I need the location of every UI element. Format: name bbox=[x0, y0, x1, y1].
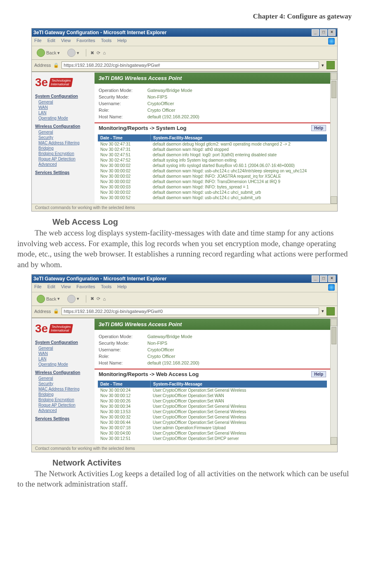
table-row: Nov 30 00:00:03default daemon warn hlogd… bbox=[98, 184, 327, 190]
cell-message: default daemon warn hlogd: INFO: bytes_s… bbox=[150, 184, 327, 190]
sidebar-item-opmode[interactable]: Operating Mode bbox=[35, 362, 92, 367]
scroll-up-icon[interactable] bbox=[331, 73, 337, 80]
sidebar-item-lan[interactable]: LAN bbox=[35, 356, 92, 362]
forward-button[interactable]: ▾ bbox=[65, 48, 82, 58]
help-button[interactable]: Help bbox=[311, 125, 326, 131]
vertical-scrollbar[interactable] bbox=[330, 73, 337, 204]
address-input[interactable] bbox=[62, 308, 319, 315]
info-secmode-label: Security Mode: bbox=[99, 94, 144, 99]
sidebar-item-macfilter[interactable]: MAC Address Filtering bbox=[35, 386, 92, 392]
stop-icon[interactable]: ✖ bbox=[90, 296, 94, 301]
sidebar-item-wgeneral[interactable]: General bbox=[35, 376, 92, 381]
sidebar-item-advanced[interactable]: Advanced bbox=[35, 162, 92, 167]
cell-message: User:CryptoOfficer Operation:Set General… bbox=[150, 430, 327, 436]
sidebar-item-bridging[interactable]: Bridging bbox=[35, 392, 92, 397]
sidebar-item-bridgeenc[interactable]: Bridging Encryption bbox=[35, 397, 92, 402]
status-info-block: Operation Mode:Gateway/Bridge Mode Secur… bbox=[95, 84, 330, 122]
main-panel: 3eTi DMG Wireless Access Point Operation… bbox=[95, 73, 330, 204]
sidebar-item-rogueap[interactable]: Rogue AP Detection bbox=[35, 402, 92, 408]
lock-icon: 🔒 bbox=[53, 308, 59, 314]
info-user-label: Username: bbox=[99, 101, 144, 106]
scroll-down-icon[interactable] bbox=[331, 196, 337, 204]
cell-message: User:CryptoOfficer Operation:Set General… bbox=[150, 388, 327, 393]
stop-icon[interactable]: ✖ bbox=[90, 50, 94, 56]
sidebar-item-general[interactable]: General bbox=[35, 99, 92, 105]
menu-tools[interactable]: Tools bbox=[101, 284, 112, 291]
cell-datetime: Nov 30 00:07:18 bbox=[98, 425, 150, 430]
info-opmode-value: Gateway/Bridge Mode bbox=[147, 88, 192, 93]
info-host-label: Host Name: bbox=[99, 360, 144, 365]
sidebar-item-opmode[interactable]: Operating Mode bbox=[35, 115, 92, 121]
table-row: Nov 30 00:00:12User:CryptoOfficer Operat… bbox=[98, 393, 327, 398]
table-row: Nov 30 02:47:31default daemon debug hlog… bbox=[98, 141, 327, 147]
close-icon[interactable]: × bbox=[328, 29, 336, 36]
table-row: Nov 30 00:07:18User:admin Operation:Firm… bbox=[98, 425, 327, 430]
help-button[interactable]: Help bbox=[311, 371, 326, 377]
cell-message: default daemon warn hlogd: usb-uhc124.c … bbox=[150, 168, 327, 174]
menu-file[interactable]: File bbox=[34, 284, 42, 291]
statusbar: Contact commands for working with the se… bbox=[32, 445, 337, 452]
sidebar-item-security[interactable]: Security bbox=[35, 135, 92, 140]
menu-tools[interactable]: Tools bbox=[101, 38, 112, 45]
cell-message: User:admin Operation:Firmware Upload bbox=[150, 425, 327, 430]
cell-message: default daemon debug hlogd gtlcm2: warn0… bbox=[150, 141, 327, 147]
menu-file[interactable]: File bbox=[34, 38, 42, 45]
go-button[interactable] bbox=[326, 61, 335, 69]
cell-message: default syslog info System log daemon ex… bbox=[150, 158, 327, 163]
maximize-icon[interactable]: □ bbox=[320, 275, 327, 282]
home-icon[interactable]: ⌂ bbox=[103, 296, 106, 301]
menu-help[interactable]: Help bbox=[117, 284, 127, 291]
menu-favorites[interactable]: Favorites bbox=[76, 284, 95, 291]
scroll-thumb[interactable] bbox=[331, 81, 336, 98]
menu-help[interactable]: Help bbox=[117, 38, 127, 45]
menu-view[interactable]: View bbox=[61, 284, 71, 291]
body-web-access-log: The web access log displays system-facil… bbox=[17, 228, 352, 270]
scroll-down-icon[interactable] bbox=[331, 437, 337, 445]
sidebar-item-security[interactable]: Security bbox=[35, 381, 92, 386]
scroll-up-icon[interactable] bbox=[331, 319, 337, 326]
info-opmode-label: Operation Mode: bbox=[99, 334, 144, 339]
maximize-icon[interactable]: □ bbox=[320, 29, 327, 36]
menu-edit[interactable]: Edit bbox=[47, 284, 55, 291]
refresh-icon[interactable]: ⟳ bbox=[97, 296, 100, 301]
home-icon[interactable]: ⌂ bbox=[103, 50, 106, 55]
back-button[interactable]: Back ▾ bbox=[34, 48, 62, 58]
close-icon[interactable]: × bbox=[328, 275, 336, 282]
refresh-icon[interactable]: ⟳ bbox=[97, 50, 100, 56]
menu-view[interactable]: View bbox=[61, 38, 71, 45]
vertical-scrollbar[interactable] bbox=[330, 319, 337, 445]
sidebar-item-bridging[interactable]: Bridging bbox=[35, 146, 92, 151]
info-user-value: CryptoOfficer bbox=[147, 101, 174, 106]
sidebar-item-wan[interactable]: WAN bbox=[35, 351, 92, 356]
menu-favorites[interactable]: Favorites bbox=[76, 38, 95, 45]
minimize-icon[interactable]: _ bbox=[312, 275, 319, 282]
table-row: Nov 30 00:00:32User:CryptoOfficer Operat… bbox=[98, 414, 327, 420]
sidebar-item-lan[interactable]: LAN bbox=[35, 110, 92, 115]
sidebar-item-general[interactable]: General bbox=[35, 346, 92, 351]
info-host-label: Host Name: bbox=[99, 114, 144, 119]
scroll-thumb[interactable] bbox=[331, 327, 336, 344]
ie-logo-icon bbox=[328, 284, 335, 291]
cell-datetime: Nov 30 00:00:34 bbox=[98, 404, 150, 409]
sidebar: 3e TechnologiesInternational System Conf… bbox=[32, 73, 95, 204]
minimize-icon[interactable]: _ bbox=[312, 29, 319, 36]
go-button[interactable] bbox=[326, 307, 335, 315]
info-host-value: default (192.168.202.200) bbox=[147, 360, 199, 365]
brand-tag: TechnologiesInternational bbox=[49, 324, 73, 333]
address-input[interactable] bbox=[62, 61, 319, 69]
sidebar-item-macfilter[interactable]: MAC Address Filtering bbox=[35, 140, 92, 146]
screenshot-web-access-log: 3eTI Gateway Configuration - Microsoft I… bbox=[31, 274, 338, 452]
address-dropdown-icon[interactable]: ▾ bbox=[322, 63, 324, 68]
address-dropdown-icon[interactable]: ▾ bbox=[322, 308, 324, 314]
info-opmode-value: Gateway/Bridge Mode bbox=[147, 334, 192, 339]
sidebar-item-rogueap[interactable]: Rogue AP Detection bbox=[35, 156, 92, 162]
sidebar-item-advanced[interactable]: Advanced bbox=[35, 408, 92, 413]
sidebar-item-bridgeenc[interactable]: Bridging Encryption bbox=[35, 151, 92, 156]
sidebar-item-wan[interactable]: WAN bbox=[35, 105, 92, 110]
menu-edit[interactable]: Edit bbox=[47, 38, 55, 45]
forward-button[interactable]: ▾ bbox=[65, 294, 82, 304]
info-opmode-label: Operation Mode: bbox=[99, 88, 144, 93]
back-button[interactable]: Back ▾ bbox=[34, 294, 62, 304]
cell-datetime: Nov 30 02:47:52 bbox=[98, 158, 150, 163]
sidebar-item-wgeneral[interactable]: General bbox=[35, 129, 92, 135]
